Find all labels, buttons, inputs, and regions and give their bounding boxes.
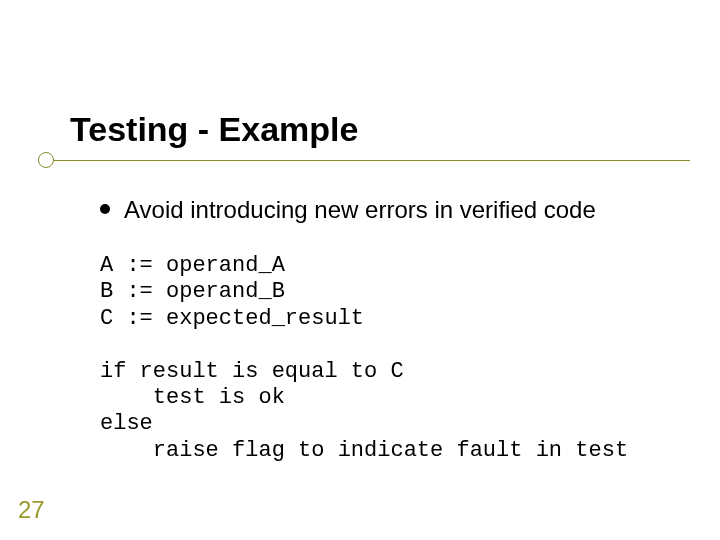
bullet-dot-icon: [100, 204, 110, 214]
bullet-item: Avoid introducing new errors in verified…: [100, 195, 680, 225]
title-underline-dot-icon: [38, 152, 54, 168]
page-number: 27: [18, 496, 45, 524]
slide-body: Avoid introducing new errors in verified…: [100, 195, 680, 464]
code-block: A := operand_A B := operand_B C := expec…: [100, 253, 680, 464]
slide-title: Testing - Example: [70, 110, 680, 149]
title-area: Testing - Example: [70, 110, 680, 157]
bullet-text: Avoid introducing new errors in verified…: [124, 195, 596, 225]
slide: Testing - Example Avoid introducing new …: [0, 0, 720, 540]
title-underline: [46, 160, 690, 161]
